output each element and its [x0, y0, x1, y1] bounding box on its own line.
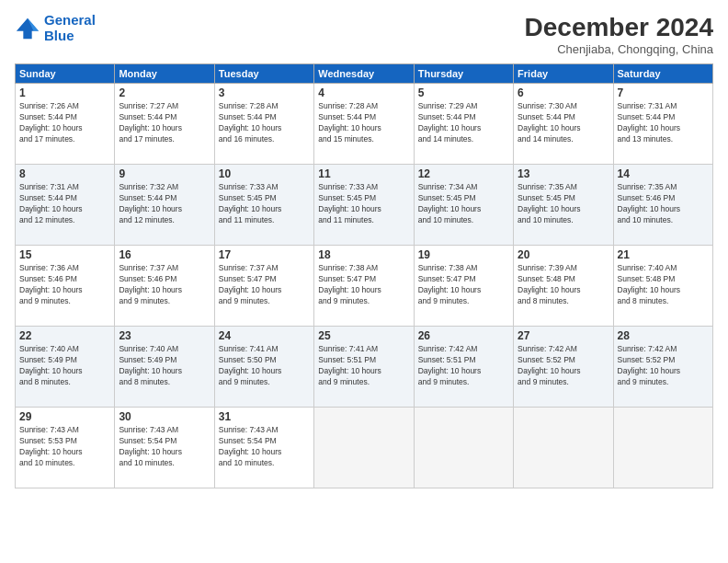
header-thursday: Thursday: [414, 64, 513, 84]
day-info: Sunrise: 7:41 AM Sunset: 5:51 PM Dayligh…: [318, 344, 409, 388]
day-info: Sunrise: 7:37 AM Sunset: 5:46 PM Dayligh…: [119, 263, 210, 307]
header-tuesday: Tuesday: [214, 64, 313, 84]
day-number: 12: [418, 167, 509, 180]
day-number: 1: [19, 86, 110, 99]
calendar-cell: 31Sunrise: 7:43 AM Sunset: 5:54 PM Dayli…: [214, 408, 313, 488]
day-info: Sunrise: 7:30 AM Sunset: 5:44 PM Dayligh…: [518, 101, 609, 145]
day-info: Sunrise: 7:36 AM Sunset: 5:46 PM Dayligh…: [19, 263, 110, 307]
day-info: Sunrise: 7:31 AM Sunset: 5:44 PM Dayligh…: [19, 182, 110, 226]
location-subtitle: Chenjiaba, Chongqing, China: [525, 42, 713, 56]
day-number: 11: [318, 167, 409, 180]
month-title: December 2024: [525, 13, 713, 42]
day-number: 23: [119, 329, 210, 342]
header-monday: Monday: [115, 64, 214, 84]
calendar-cell: 5Sunrise: 7:29 AM Sunset: 5:44 PM Daylig…: [414, 84, 513, 165]
calendar-cell: 11Sunrise: 7:33 AM Sunset: 5:45 PM Dayli…: [314, 165, 414, 246]
day-number: 5: [418, 86, 509, 99]
calendar-week-row: 15Sunrise: 7:36 AM Sunset: 5:46 PM Dayli…: [16, 246, 713, 327]
calendar-cell: 2Sunrise: 7:27 AM Sunset: 5:44 PM Daylig…: [115, 84, 214, 165]
calendar-cell: [613, 408, 712, 488]
day-info: Sunrise: 7:42 AM Sunset: 5:51 PM Dayligh…: [418, 344, 509, 388]
day-number: 16: [119, 248, 210, 261]
calendar-cell: 4Sunrise: 7:28 AM Sunset: 5:44 PM Daylig…: [314, 84, 414, 165]
calendar-cell: 18Sunrise: 7:38 AM Sunset: 5:47 PM Dayli…: [314, 246, 414, 327]
day-number: 17: [219, 248, 310, 261]
day-info: Sunrise: 7:27 AM Sunset: 5:44 PM Dayligh…: [119, 101, 210, 145]
calendar-week-row: 1Sunrise: 7:26 AM Sunset: 5:44 PM Daylig…: [16, 84, 713, 165]
day-info: Sunrise: 7:42 AM Sunset: 5:52 PM Dayligh…: [618, 344, 709, 388]
day-info: Sunrise: 7:40 AM Sunset: 5:49 PM Dayligh…: [19, 344, 110, 388]
calendar-cell: 22Sunrise: 7:40 AM Sunset: 5:49 PM Dayli…: [16, 327, 115, 408]
header-wednesday: Wednesday: [314, 64, 414, 84]
day-info: Sunrise: 7:35 AM Sunset: 5:45 PM Dayligh…: [518, 182, 609, 226]
day-info: Sunrise: 7:43 AM Sunset: 5:53 PM Dayligh…: [19, 425, 110, 469]
day-info: Sunrise: 7:34 AM Sunset: 5:45 PM Dayligh…: [418, 182, 509, 226]
logo-line1: General: [44, 12, 96, 28]
day-number: 14: [618, 167, 709, 180]
day-number: 21: [618, 248, 709, 261]
calendar-cell: 1Sunrise: 7:26 AM Sunset: 5:44 PM Daylig…: [16, 84, 115, 165]
day-number: 25: [318, 329, 409, 342]
day-number: 10: [219, 167, 310, 180]
calendar-cell: 8Sunrise: 7:31 AM Sunset: 5:44 PM Daylig…: [16, 165, 115, 246]
day-number: 18: [318, 248, 409, 261]
calendar-table: Sunday Monday Tuesday Wednesday Thursday…: [15, 63, 713, 488]
calendar-cell: 20Sunrise: 7:39 AM Sunset: 5:48 PM Dayli…: [514, 246, 613, 327]
day-info: Sunrise: 7:40 AM Sunset: 5:49 PM Dayligh…: [119, 344, 210, 388]
calendar-cell: 9Sunrise: 7:32 AM Sunset: 5:44 PM Daylig…: [115, 165, 214, 246]
day-number: 24: [219, 329, 310, 342]
calendar-cell: 30Sunrise: 7:43 AM Sunset: 5:54 PM Dayli…: [115, 408, 214, 488]
header-sunday: Sunday: [16, 64, 115, 84]
day-number: 13: [518, 167, 609, 180]
day-info: Sunrise: 7:42 AM Sunset: 5:52 PM Dayligh…: [518, 344, 609, 388]
day-number: 26: [418, 329, 509, 342]
calendar-cell: 24Sunrise: 7:41 AM Sunset: 5:50 PM Dayli…: [214, 327, 313, 408]
day-number: 6: [518, 86, 609, 99]
calendar-cell: 14Sunrise: 7:35 AM Sunset: 5:46 PM Dayli…: [613, 165, 712, 246]
day-info: Sunrise: 7:26 AM Sunset: 5:44 PM Dayligh…: [19, 101, 110, 145]
logo-icon: [15, 16, 40, 41]
day-info: Sunrise: 7:37 AM Sunset: 5:47 PM Dayligh…: [219, 263, 310, 307]
day-info: Sunrise: 7:38 AM Sunset: 5:47 PM Dayligh…: [418, 263, 509, 307]
day-number: 31: [219, 410, 310, 423]
day-info: Sunrise: 7:43 AM Sunset: 5:54 PM Dayligh…: [119, 425, 210, 469]
title-block: December 2024 Chenjiaba, Chongqing, Chin…: [525, 13, 713, 56]
day-number: 8: [19, 167, 110, 180]
page: General Blue December 2024 Chenjiaba, Ch…: [0, 0, 728, 563]
day-number: 30: [119, 410, 210, 423]
calendar-cell: 7Sunrise: 7:31 AM Sunset: 5:44 PM Daylig…: [613, 84, 712, 165]
calendar-cell: [314, 408, 414, 488]
day-number: 22: [19, 329, 110, 342]
weekday-header-row: Sunday Monday Tuesday Wednesday Thursday…: [16, 64, 713, 84]
day-number: 3: [219, 86, 310, 99]
calendar-cell: 16Sunrise: 7:37 AM Sunset: 5:46 PM Dayli…: [115, 246, 214, 327]
calendar-cell: [514, 408, 613, 488]
calendar-cell: 3Sunrise: 7:28 AM Sunset: 5:44 PM Daylig…: [214, 84, 313, 165]
calendar-cell: 19Sunrise: 7:38 AM Sunset: 5:47 PM Dayli…: [414, 246, 513, 327]
calendar-cell: [414, 408, 513, 488]
calendar-week-row: 22Sunrise: 7:40 AM Sunset: 5:49 PM Dayli…: [16, 327, 713, 408]
calendar-cell: 17Sunrise: 7:37 AM Sunset: 5:47 PM Dayli…: [214, 246, 313, 327]
calendar-cell: 6Sunrise: 7:30 AM Sunset: 5:44 PM Daylig…: [514, 84, 613, 165]
day-info: Sunrise: 7:29 AM Sunset: 5:44 PM Dayligh…: [418, 101, 509, 145]
day-number: 28: [618, 329, 709, 342]
day-number: 2: [119, 86, 210, 99]
day-info: Sunrise: 7:32 AM Sunset: 5:44 PM Dayligh…: [119, 182, 210, 226]
calendar-cell: 12Sunrise: 7:34 AM Sunset: 5:45 PM Dayli…: [414, 165, 513, 246]
calendar-cell: 13Sunrise: 7:35 AM Sunset: 5:45 PM Dayli…: [514, 165, 613, 246]
day-number: 15: [19, 248, 110, 261]
day-number: 19: [418, 248, 509, 261]
day-number: 4: [318, 86, 409, 99]
header-friday: Friday: [514, 64, 613, 84]
calendar-week-row: 8Sunrise: 7:31 AM Sunset: 5:44 PM Daylig…: [16, 165, 713, 246]
logo-text: General Blue: [44, 13, 96, 43]
day-number: 7: [618, 86, 709, 99]
day-info: Sunrise: 7:38 AM Sunset: 5:47 PM Dayligh…: [318, 263, 409, 307]
day-number: 27: [518, 329, 609, 342]
day-info: Sunrise: 7:33 AM Sunset: 5:45 PM Dayligh…: [318, 182, 409, 226]
day-info: Sunrise: 7:33 AM Sunset: 5:45 PM Dayligh…: [219, 182, 310, 226]
day-info: Sunrise: 7:35 AM Sunset: 5:46 PM Dayligh…: [618, 182, 709, 226]
day-info: Sunrise: 7:41 AM Sunset: 5:50 PM Dayligh…: [219, 344, 310, 388]
calendar-cell: 10Sunrise: 7:33 AM Sunset: 5:45 PM Dayli…: [214, 165, 313, 246]
day-info: Sunrise: 7:40 AM Sunset: 5:48 PM Dayligh…: [618, 263, 709, 307]
